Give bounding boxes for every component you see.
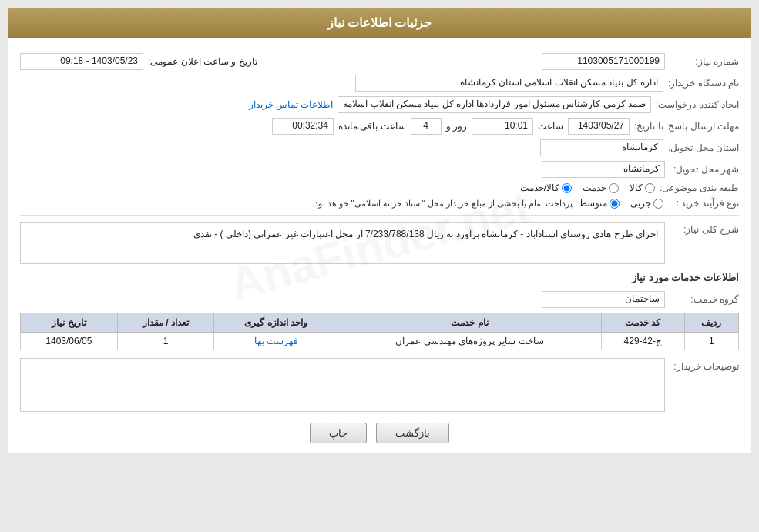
page-title: جزئیات اطلاعات نیاز — [8, 8, 751, 38]
remaining-time: 00:32:34 — [272, 118, 334, 135]
table-header-row: ردیف — [684, 313, 738, 333]
buyer-org-label: نام دستگاه خریدار: — [668, 78, 739, 89]
reply-days-label: روز و — [446, 121, 467, 132]
table-header-name: نام خدمت — [338, 313, 601, 333]
province-label: استان محل تحویل: — [668, 142, 739, 153]
reply-date: 1403/05/27 — [568, 118, 630, 135]
category-label-both: کالا/خدمت — [520, 182, 559, 193]
remaining-label: ساعت باقی مانده — [338, 121, 406, 132]
table-header-date: تاریخ نیاز — [21, 313, 118, 333]
order-number-value: 1103005171000199 — [542, 53, 665, 70]
description-label: شرح کلی نیاز: — [670, 222, 739, 235]
category-radio-kala[interactable] — [645, 183, 655, 193]
category-radio-group: کالا خدمت کالا/خدمت — [520, 182, 655, 193]
province-value: کرمانشاه — [540, 139, 663, 156]
table-header-unit: واحد اندازه گیری — [214, 313, 338, 333]
reply-days: 4 — [411, 118, 442, 135]
print-button[interactable]: چاپ — [310, 423, 367, 443]
category-radio-khedmat[interactable] — [609, 183, 619, 193]
service-group-label: گروه خدمت: — [670, 294, 739, 305]
process-label: نوع فرآیند خرید : — [670, 198, 739, 209]
notes-input[interactable] — [20, 358, 665, 412]
reply-time-label: ساعت — [538, 121, 563, 132]
category-option-kala[interactable]: کالا — [630, 182, 655, 193]
process-option-jozii[interactable]: جزیی — [630, 198, 663, 209]
contact-info-link[interactable]: اطلاعات تماس خریدار — [249, 99, 334, 110]
table-header-quantity: تعداد / مقدار — [117, 313, 214, 333]
category-label: طبقه بندی موضوعی: — [660, 182, 739, 193]
table-cell-4: 1 — [117, 333, 214, 350]
city-label: شهر محل تحویل: — [670, 164, 739, 175]
category-option-khedmat[interactable]: خدمت — [583, 182, 619, 193]
table-cell-1: ج-42-429 — [601, 333, 684, 350]
reply-time: 10:01 — [472, 118, 533, 135]
announcement-date-label: تاریخ و ساعت اعلان عمومی: — [148, 56, 257, 67]
table-row: 1ج-42-429ساخت سایر پروژه‌های مهندسی عمرا… — [21, 333, 739, 350]
requester-value: صمد کرمی کارشناس مسئول امور قراردادها اد… — [338, 96, 651, 113]
action-buttons: بازگشت چاپ — [20, 423, 739, 443]
notes-label: توصیحات خریدار: — [670, 358, 739, 372]
table-cell-0: 1 — [684, 333, 738, 350]
table-header-code: کد خدمت — [601, 313, 684, 333]
process-note: پرداخت تمام یا بخشی از مبلغ خریدار محل "… — [311, 199, 573, 209]
services-section-title: اطلاعات خدمات مورد نیاز — [20, 272, 739, 286]
table-cell-5: 1403/06/05 — [21, 333, 118, 350]
reply-deadline-label: مهلت ارسال پاسخ: تا تاریخ: — [634, 121, 739, 132]
buyer-org-value: اداره کل بنیاد مسکن انقلاب اسلامی استان … — [355, 75, 663, 92]
process-radio-group: جزیی متوسط — [579, 198, 663, 209]
description-value: اجرای طرح هادی روستای استادآباد - کرمانش… — [20, 222, 665, 264]
announcement-date-value: 1403/05/23 - 09:18 — [20, 53, 143, 70]
process-radio-jozii[interactable] — [653, 199, 663, 209]
process-option-motavasset[interactable]: متوسط — [579, 198, 620, 209]
service-group-value: ساختمان — [542, 291, 665, 308]
table-cell-3: فهرست بها — [214, 333, 338, 350]
table-cell-2: ساخت سایر پروژه‌های مهندسی عمران — [338, 333, 601, 350]
category-label-kala: کالا — [630, 182, 643, 193]
process-label-motavasset: متوسط — [579, 198, 607, 209]
category-radio-both[interactable] — [562, 183, 572, 193]
requester-label: ایجاد کننده درخواست: — [656, 99, 739, 110]
process-label-jozii: جزیی — [630, 198, 651, 209]
category-label-khedmat: خدمت — [583, 182, 606, 193]
process-radio-motavasset[interactable] — [610, 199, 620, 209]
order-number-label: شماره نیاز: — [670, 56, 739, 67]
city-value: کرمانشاه — [542, 161, 665, 178]
back-button[interactable]: بازگشت — [376, 423, 449, 443]
category-option-both[interactable]: کالا/خدمت — [520, 182, 572, 193]
services-table: ردیف کد خدمت نام خدمت واحد اندازه گیری ت… — [20, 313, 739, 350]
